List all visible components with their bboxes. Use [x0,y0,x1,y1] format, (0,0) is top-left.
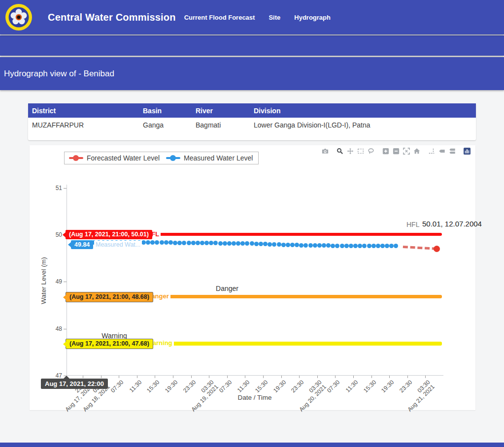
x-tick-mark [335,376,336,378]
x-tick-mark [281,376,282,378]
measured-data-point [146,240,150,245]
legend-label: Measured Water Level [184,154,253,162]
measured-data-point [204,241,209,245]
plotly-logo-icon[interactable] [462,147,472,155]
measured-data-point [196,241,200,245]
x-tick-text: 15:30 [362,379,377,394]
x-tick-mark [425,376,426,378]
measured-data-point [155,240,159,245]
nav-item-hydrograph[interactable]: Hydrograph [294,14,331,21]
footer-bar [0,443,504,447]
measured-data-point [367,244,371,248]
legend-item-forecasted-water-level[interactable]: Forecasted Water Level [69,154,160,162]
legend-dot [73,155,79,161]
x-tick-text: 11:30 [128,379,143,394]
measured-data-point [303,243,308,248]
x-tick-text: 19:30 [164,379,179,394]
table-row: MUZAFFARPURGangaBagmatiLower Ganga Divis… [28,118,476,132]
y-tick-label: 50 [43,231,62,238]
hover-closest-icon[interactable] [437,147,447,155]
measured-data-point [268,242,272,247]
measured-data-point [245,241,249,246]
x-tick-text: 07:30 [110,379,125,394]
box-select-icon[interactable] [355,147,366,155]
plotly-modebar [320,147,472,155]
measured-data-point [218,241,223,246]
measured-data-point [141,240,146,245]
y-tick-mark [64,188,67,189]
legend-marker-icon [166,155,180,161]
measured-data-point [227,241,232,246]
y-tick-label: 48 [43,325,62,332]
x-tick-text: 19:30 [380,379,395,394]
camera-icon[interactable] [320,147,330,155]
measured-data-point [371,244,376,248]
measured-data-point [358,244,362,248]
zoom-out-icon[interactable] [391,147,401,155]
lasso-select-icon[interactable] [366,147,376,155]
x-tick-mark [83,376,83,378]
x-tick-mark [263,376,264,378]
column-header-district: District [28,103,139,118]
measured-data-point [344,244,349,248]
y-tick-label: 51 [43,185,62,192]
table-body: MUZAFFARPURGangaBagmatiLower Ganga Divis… [28,118,476,132]
measured-data-point [295,243,299,247]
station-info-card: DistrictBasinRiverDivisionMUZAFFARPURGan… [28,103,476,140]
measured-hover-label: 49.84 [71,240,93,249]
measured-data-point [376,244,380,248]
measured-data-point [232,241,236,246]
hover-compare-icon[interactable] [447,147,457,155]
x-tick-text: 11:30 [344,379,359,394]
reset-axes-home-icon[interactable] [411,147,422,155]
legend-marker-icon [69,155,83,161]
measured-data-point [313,243,317,248]
chart-area[interactable]: Water Level (m) Date / Time Danger Warni… [30,145,475,410]
measured-data-point [331,244,335,248]
measured-data-point [259,242,263,246]
x-tick-text: 07:30 [218,379,233,394]
measured-data-point [286,243,290,247]
secondary-bar [0,35,504,56]
danger-hover-label: (Aug 17, 2021, 21:00, 48.68) [66,292,153,302]
measured-data-point [200,241,204,245]
measured-data-point [236,241,240,246]
xaxis-hover-label: Aug 17, 2021, 22:00 [41,379,108,389]
nav-item-current-flood-forecast[interactable]: Current Flood Forecast [184,14,255,21]
measured-data-point [209,241,213,245]
x-tick-text: 11:30 [236,379,251,394]
x-tick-mark [209,376,209,378]
pan-icon[interactable] [345,147,355,155]
toggle-spike-lines-icon[interactable] [426,147,437,155]
nav-item-site[interactable]: Site [269,14,280,21]
x-tick-text: 23:30 [290,379,305,394]
measured-data-point [272,242,276,247]
measured-data-point [326,243,331,248]
hfl-hover-label: (Aug 17, 2021, 21:00, 50.01) [66,230,152,239]
danger-annotation: Danger [216,285,238,292]
measured-data-point [177,241,182,245]
hydrograph-card: Forecasted Water LevelMeasured Water Lev… [30,145,475,410]
main-nav: Current Flood ForecastSiteHydrograph [184,14,331,21]
measured-data-point [277,242,281,247]
autoscale-icon[interactable] [401,147,411,155]
x-tick-mark [227,376,228,378]
measured-data-point [340,244,344,248]
table-head: DistrictBasinRiverDivision [28,103,476,118]
zoom-in-icon[interactable] [380,147,391,155]
measured-data-point [281,243,286,247]
measured-data-point [191,241,196,245]
x-tick-mark [155,376,155,378]
column-header-river: River [192,103,250,118]
measured-data-point [250,241,254,246]
zoom-icon[interactable] [335,147,345,155]
table-header-row: DistrictBasinRiverDivision [28,103,476,118]
legend-item-measured-water-level[interactable]: Measured Water Level [166,154,253,162]
x-tick-text: 23:30 [399,379,413,394]
measured-data-point [335,244,339,248]
column-header-basin: Basin [139,103,192,118]
measured-data-point [213,241,218,245]
x-tick-mark [299,376,300,378]
measured-data-point [164,240,168,245]
measured-data-point [240,241,245,246]
